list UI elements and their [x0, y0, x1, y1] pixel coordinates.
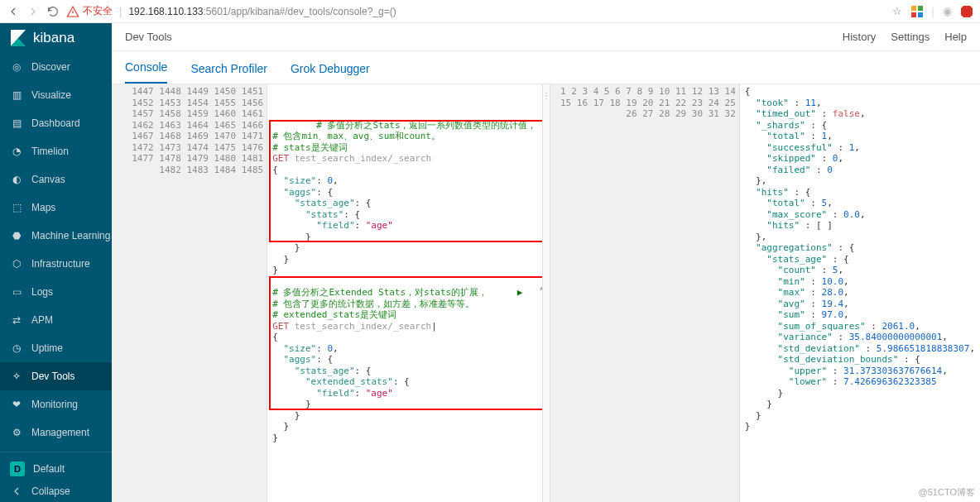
nav-icon: ◔ — [10, 146, 23, 157]
back-icon[interactable] — [7, 5, 20, 18]
tab-search-profiler[interactable]: Search Profiler — [190, 62, 267, 84]
sidebar: kibana ◎Discover▥Visualize▤Dashboard◔Tim… — [0, 23, 112, 502]
browser-actions: ☆ | ◉ — [892, 5, 973, 18]
watermark: @51CTO博客 — [919, 486, 975, 499]
tabbar: Console Search Profiler Grok Debugger — [112, 51, 980, 84]
response-gutter: 1 2 3 4 5 6 7 8 9 10 11 12 13 14 15 16 1… — [550, 84, 740, 502]
sidebar-item-timelion[interactable]: ◔Timelion — [0, 137, 112, 165]
star-icon[interactable]: ☆ — [892, 5, 902, 17]
insecure-label: 不安全 — [83, 4, 113, 18]
nav-label: Logs — [31, 286, 53, 298]
sidebar-item-uptime[interactable]: ◷Uptime — [0, 334, 112, 362]
sidebar-item-dev-tools[interactable]: ✧Dev Tools — [0, 362, 112, 390]
tab-console[interactable]: Console — [125, 60, 167, 84]
nav-icon: ⚙ — [10, 427, 23, 438]
nav-label: Uptime — [31, 342, 63, 354]
nav-icon: ◎ — [10, 61, 23, 73]
nav-icon: ◐ — [10, 174, 23, 185]
browser-bar: 不安全 | 192.168.110.133:5601/app/kibana#/d… — [0, 0, 980, 23]
page-title: Dev Tools — [125, 31, 172, 43]
nav-label: Timelion — [31, 146, 69, 157]
sidebar-item-apm[interactable]: ⇄APM — [0, 306, 112, 334]
nav-icon: ❤ — [10, 399, 23, 410]
nav-label: Discover — [31, 61, 70, 73]
collapse-label: Collapse — [31, 485, 70, 497]
brand-label: kibana — [33, 30, 74, 46]
nav-icon: ⇄ — [10, 314, 23, 326]
svg-rect-0 — [911, 6, 916, 11]
nav-icon: ⬡ — [10, 258, 23, 270]
editor-code[interactable]: ▶ ٌ # 多值分析之Stats，返回一系列数值类型的统计值， # 包含min、… — [267, 84, 541, 502]
sidebar-item-management[interactable]: ⚙Management — [0, 418, 112, 447]
editor-pane[interactable]: 1447 1448 1449 1450 1451 1452 1453 1454 … — [112, 84, 542, 502]
brand[interactable]: kibana — [0, 23, 112, 53]
default-badge: D — [10, 461, 25, 476]
sidebar-item-maps[interactable]: ⬚Maps — [0, 194, 112, 222]
response-code: { "took" : 11, "timed_out" : false, "_sh… — [740, 84, 980, 502]
url-bar[interactable]: 192.168.110.133:5601/app/kibana#/dev_too… — [128, 6, 885, 17]
nav-icon: ▭ — [10, 286, 23, 298]
adblock-icon[interactable] — [960, 5, 973, 18]
nav-label: Machine Learning — [31, 230, 110, 241]
link-settings[interactable]: Settings — [891, 31, 930, 43]
svg-marker-4 — [961, 6, 973, 17]
forward-icon[interactable] — [26, 5, 40, 18]
nav-label: Visualize — [31, 89, 71, 101]
link-help[interactable]: Help — [944, 31, 967, 43]
sidebar-item-discover[interactable]: ◎Discover — [0, 53, 112, 81]
splitter[interactable]: ⋮ — [542, 84, 550, 502]
nav-icon: ▥ — [10, 89, 23, 101]
nav-icon: ⬚ — [10, 202, 23, 213]
sidebar-item-collapse[interactable]: Collapse — [0, 480, 112, 502]
avatar-icon[interactable]: ◉ — [943, 5, 952, 17]
nav-icon: ✧ — [10, 371, 23, 382]
ext-icon[interactable] — [910, 5, 924, 18]
main: Dev Tools History Settings Help Console … — [112, 23, 980, 502]
sidebar-item-machine-learning[interactable]: ⬣Machine Learning — [0, 222, 112, 250]
nav-label: Dashboard — [31, 117, 80, 129]
editor-gutter: 1447 1448 1449 1450 1451 1452 1453 1454 … — [112, 84, 267, 502]
nav-icon: ⬣ — [10, 230, 23, 241]
nav-icon: ◷ — [10, 342, 23, 354]
sidebar-item-logs[interactable]: ▭Logs — [0, 278, 112, 306]
tab-grok-debugger[interactable]: Grok Debugger — [291, 62, 370, 84]
nav-label: APM — [31, 314, 53, 326]
reload-icon[interactable] — [46, 5, 60, 18]
workspace: 1447 1448 1449 1450 1451 1452 1453 1454 … — [112, 84, 980, 502]
nav-label: Infrastructure — [31, 258, 90, 270]
link-history[interactable]: History — [843, 31, 876, 43]
svg-rect-1 — [918, 6, 923, 11]
sidebar-item-infrastructure[interactable]: ⬡Infrastructure — [0, 250, 112, 278]
svg-rect-2 — [911, 12, 916, 17]
nav-label: Dev Tools — [31, 371, 74, 382]
run-controls[interactable]: ▶ ٌ — [517, 287, 539, 299]
topbar: Dev Tools History Settings Help — [112, 23, 980, 51]
nav-icon: ▤ — [10, 117, 23, 129]
sidebar-item-visualize[interactable]: ▥Visualize — [0, 81, 112, 109]
response-pane: 1 2 3 4 5 6 7 8 9 10 11 12 13 14 15 16 1… — [550, 84, 981, 502]
nav-label: Management — [31, 427, 89, 438]
default-label: Default — [33, 463, 65, 475]
sidebar-item-default[interactable]: D Default — [0, 457, 112, 480]
nav-label: Monitoring — [31, 399, 78, 410]
sidebar-item-dashboard[interactable]: ▤Dashboard — [0, 109, 112, 137]
sidebar-item-monitoring[interactable]: ❤Monitoring — [0, 390, 112, 418]
svg-rect-3 — [918, 12, 923, 17]
nav-label: Maps — [31, 202, 55, 213]
nav: ◎Discover▥Visualize▤Dashboard◔Timelion◐C… — [0, 53, 112, 447]
nav-label: Canvas — [31, 174, 65, 185]
sidebar-item-canvas[interactable]: ◐Canvas — [0, 165, 112, 194]
insecure-badge: 不安全 — [66, 4, 113, 18]
